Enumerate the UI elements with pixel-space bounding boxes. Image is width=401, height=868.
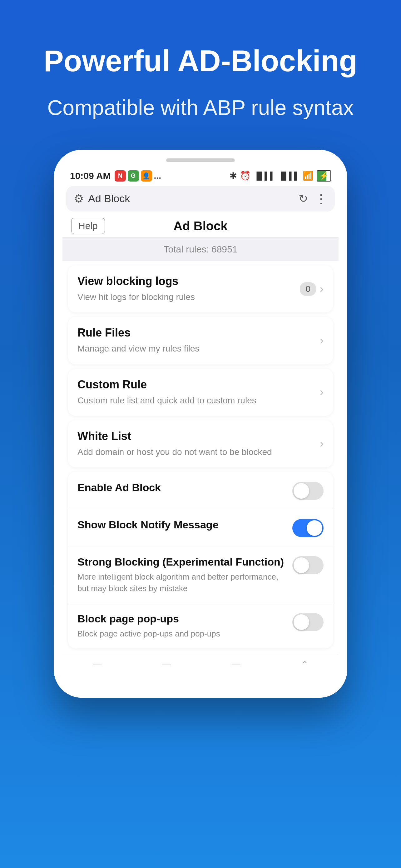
card-right: › — [320, 334, 324, 347]
total-rules-bar: Total rules: 68951 — [63, 238, 338, 261]
card-right: 0 › — [300, 282, 324, 296]
wifi-icon: 📶 — [303, 170, 313, 181]
total-rules-text: Total rules: 68951 — [164, 244, 238, 254]
address-text: Ad Block — [88, 192, 130, 205]
address-bar[interactable]: ⚙ Ad Block ↻ ⋮ — [66, 186, 335, 212]
card-content: View blocking logs View hit logs for blo… — [77, 275, 295, 303]
toggle-label: Block page pop-ups — [77, 612, 286, 625]
status-bar: 10:09 AM N G 👤 ... ✱ ⏰ ▐▌▌▌ ▐▌▌▌ 📶 ⚡ — [63, 168, 338, 183]
page-title: Ad Block — [173, 219, 227, 233]
toggle-label-wrap: Block page pop-ups Block page active pop… — [77, 612, 292, 640]
refresh-icon[interactable]: ↻ — [299, 192, 308, 205]
status-dots: ... — [154, 171, 161, 181]
card-right: › — [320, 385, 324, 399]
menu-dots-icon[interactable]: ⋮ — [315, 191, 327, 206]
nav-item-3[interactable]: — — [232, 659, 240, 669]
white-list-card[interactable]: White List Add domain or host you do not… — [68, 420, 333, 467]
gear-icon: ⚙ — [74, 192, 84, 205]
hero-title: Powerful AD-Blocking — [19, 44, 382, 78]
toggle-label-wrap: Enable Ad Block — [77, 480, 292, 497]
card-title: Custom Rule — [77, 378, 315, 391]
card-content: Custom Rule Custom rule list and quick a… — [77, 378, 315, 406]
toggle-label-wrap: Strong Blocking (Experimental Function) … — [77, 555, 292, 594]
toggle-section: Enable Ad Block Show Block Notify Messag… — [68, 472, 333, 648]
app-icons: N G 👤 ... — [114, 170, 161, 182]
show-block-notify-row[interactable]: Show Block Notify Message — [68, 509, 333, 546]
hero-subtitle: Compatible with ABP rule syntax — [22, 94, 378, 121]
card-content: White List Add domain or host you do not… — [77, 430, 315, 458]
card-desc: Manage and view my rules files — [77, 342, 315, 354]
card-content: Rule Files Manage and view my rules file… — [77, 326, 315, 354]
chevron-right-icon: › — [320, 334, 324, 347]
block-popups-row[interactable]: Block page pop-ups Block page active pop… — [68, 603, 333, 648]
nav-item-2[interactable]: — — [162, 659, 171, 669]
strong-blocking-row[interactable]: Strong Blocking (Experimental Function) … — [68, 546, 333, 603]
toggle-thumb — [307, 520, 322, 536]
toggle-thumb — [294, 483, 309, 499]
help-button[interactable]: Help — [71, 218, 105, 234]
bluetooth-icon: ✱ — [230, 170, 237, 181]
alarm-icon: ⏰ — [240, 170, 251, 181]
app-icon-2: G — [128, 170, 139, 182]
page-header: Help Ad Block — [63, 213, 338, 238]
phone-scroll-indicator — [166, 158, 235, 162]
card-title: View blocking logs — [77, 275, 295, 288]
app-icon-1: N — [114, 170, 126, 182]
time-text: 10:09 AM — [70, 170, 111, 181]
enable-ad-block-row[interactable]: Enable Ad Block — [68, 472, 333, 509]
bottom-nav: — — — ⌃ — [63, 653, 338, 673]
address-bar-controls: ↻ ⋮ — [299, 191, 327, 206]
card-desc: Add domain or host you do not want to be… — [77, 446, 315, 458]
nav-item-1[interactable]: — — [93, 659, 101, 669]
show-block-notify-toggle[interactable] — [292, 519, 324, 537]
toggle-desc: More intelligent block algorithm and bet… — [77, 571, 286, 594]
chevron-right-icon: › — [320, 385, 324, 399]
custom-rule-card[interactable]: Custom Rule Custom rule list and quick a… — [68, 369, 333, 416]
bottom-safe-area — [63, 673, 338, 682]
view-blocking-logs-card[interactable]: View blocking logs View hit logs for blo… — [68, 265, 333, 312]
card-desc: View hit logs for blocking rules — [77, 291, 295, 303]
block-popups-toggle[interactable] — [292, 613, 324, 631]
toggle-thumb — [294, 557, 309, 573]
chevron-right-icon: › — [320, 282, 324, 296]
toggle-label: Strong Blocking (Experimental Function) — [77, 555, 286, 569]
card-right: › — [320, 437, 324, 450]
rule-files-card[interactable]: Rule Files Manage and view my rules file… — [68, 317, 333, 364]
toggle-label-wrap: Show Block Notify Message — [77, 518, 292, 534]
status-time: 10:09 AM N G 👤 ... — [70, 170, 161, 182]
toggle-label: Enable Ad Block — [77, 480, 286, 494]
strong-blocking-toggle[interactable] — [292, 556, 324, 574]
phone-mockup: 10:09 AM N G 👤 ... ✱ ⏰ ▐▌▌▌ ▐▌▌▌ 📶 ⚡ ⚙ — [54, 150, 347, 698]
app-icon-3: 👤 — [141, 170, 152, 182]
signal-icon-2: ▐▌▌▌ — [278, 172, 300, 180]
card-title: Rule Files — [77, 326, 315, 339]
toggle-label: Show Block Notify Message — [77, 518, 286, 531]
card-title: White List — [77, 430, 315, 443]
card-desc: Custom rule list and quick add to custom… — [77, 394, 315, 406]
log-count-badge: 0 — [300, 282, 316, 296]
nav-item-4[interactable]: ⌃ — [301, 659, 308, 670]
address-bar-label: ⚙ Ad Block — [74, 192, 130, 205]
chevron-right-icon: › — [320, 437, 324, 450]
signal-icon-1: ▐▌▌▌ — [254, 172, 275, 180]
battery-icon: ⚡ — [317, 170, 331, 182]
toggle-thumb — [294, 614, 309, 630]
enable-ad-block-toggle[interactable] — [292, 482, 324, 500]
status-icons-right: ✱ ⏰ ▐▌▌▌ ▐▌▌▌ 📶 ⚡ — [230, 170, 331, 182]
toggle-desc: Block page active pop-ups and pop-ups — [77, 628, 286, 639]
